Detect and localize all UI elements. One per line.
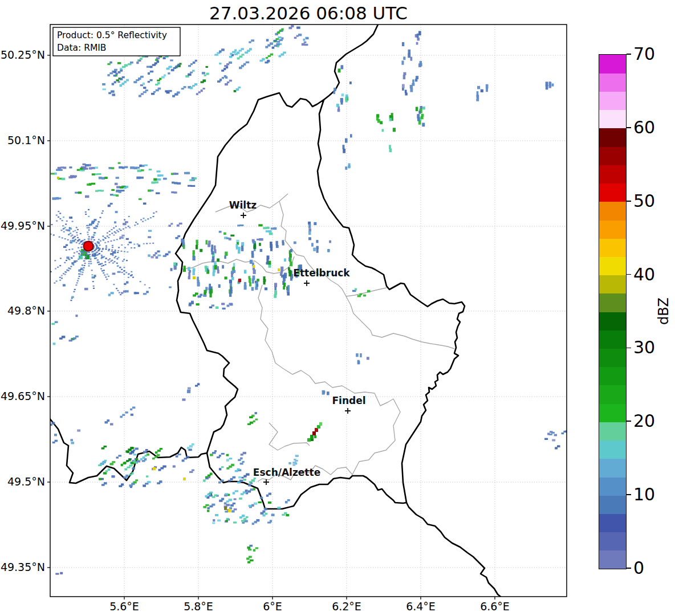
colorbar-tick xyxy=(627,201,631,202)
colorbar-segment xyxy=(599,165,626,183)
colorbar-tick xyxy=(627,274,631,275)
radar-map-figure: 27.03.2026 06:08 UTC WiltzEttelbruckFind… xyxy=(0,0,675,616)
radar-echo-layer xyxy=(50,25,568,575)
colorbar-axis-label: dBZ xyxy=(655,296,672,326)
product-line: Product: 0.5° Reflectivity xyxy=(57,30,167,40)
canton-border-line xyxy=(182,256,294,274)
colorbar-segment xyxy=(599,367,626,386)
colorbar-segment xyxy=(599,403,626,422)
gridlines xyxy=(50,25,567,597)
colorbar-segment xyxy=(599,293,626,312)
city-marker xyxy=(345,408,351,414)
data-source-line: Data: RMIB xyxy=(57,43,107,53)
colorbar-segment xyxy=(599,55,626,74)
y-tick-label: 49.5°N xyxy=(7,475,45,488)
colorbar-segment xyxy=(599,202,626,221)
colorbar-segment xyxy=(599,146,626,165)
city-marker xyxy=(263,479,269,485)
y-tick-label: 49.95°N xyxy=(1,219,45,232)
axis-tick-labels: 5.6°E5.8°E6°E6.2°E6.4°E6.6°E50.25°N50.1°… xyxy=(1,48,510,613)
colorbar-segment xyxy=(599,495,626,514)
x-tick-label: 6.6°E xyxy=(480,600,510,613)
plot-title: 27.03.2026 06:08 UTC xyxy=(209,3,408,23)
colorbar-tick xyxy=(627,568,631,569)
colorbar-segment xyxy=(599,385,626,404)
colorbar-tick xyxy=(627,421,631,422)
colorbar-tick-label: 20 xyxy=(633,411,655,431)
y-tick-label: 49.65°N xyxy=(1,390,45,402)
y-tick-label: 49.8°N xyxy=(7,304,45,317)
colorbar-segment xyxy=(599,183,626,202)
colorbar-segment xyxy=(599,73,626,92)
city-label: Esch/Alzette xyxy=(253,467,320,478)
colorbar-segment xyxy=(599,459,626,478)
country-border-luxembourg xyxy=(176,93,465,509)
y-tick-label: 50.25°N xyxy=(1,48,45,61)
x-tick-label: 6.4°E xyxy=(406,600,436,613)
city-marker xyxy=(304,280,310,286)
radar-site-dot xyxy=(84,242,93,251)
country-borders xyxy=(49,25,501,597)
colorbar-segment xyxy=(599,422,626,440)
colorbar-segment xyxy=(599,110,626,129)
colorbar-tick-label: 10 xyxy=(633,484,655,504)
colorbar-tick xyxy=(627,54,631,55)
colorbar-segment xyxy=(599,220,626,239)
colorbar-tick xyxy=(627,348,631,349)
colorbar-segment xyxy=(599,256,626,275)
colorbar-segment xyxy=(599,550,626,569)
x-tick-label: 6°E xyxy=(263,600,282,613)
colorbar-segment xyxy=(599,330,626,349)
colorbar-segment xyxy=(599,238,626,257)
canton-border-line xyxy=(346,296,454,349)
colorbar-segment xyxy=(599,128,626,147)
y-tick-label: 50.1°N xyxy=(7,134,45,146)
colorbar: 010203040506070dBZ xyxy=(599,54,675,569)
canton-border-line xyxy=(279,201,387,296)
colorbar-tick-label: 30 xyxy=(633,337,655,357)
colorbar-segment xyxy=(599,513,626,532)
colorbar-tick-label: 50 xyxy=(633,191,655,211)
colorbar-tick-label: 40 xyxy=(633,264,655,284)
colorbar-segment xyxy=(599,348,626,367)
colorbar-segment xyxy=(599,477,626,496)
city-labels: WiltzEttelbruckFindelEsch/Alzette xyxy=(229,199,366,485)
colorbar-segment xyxy=(599,312,626,331)
city-label: Findel xyxy=(332,395,365,406)
city-label: Ettelbruck xyxy=(293,267,350,279)
colorbar-segment xyxy=(599,440,626,459)
canton-border-line xyxy=(269,423,310,450)
city-label: Wiltz xyxy=(229,199,257,211)
canton-border-line xyxy=(258,285,400,482)
colorbar-segment xyxy=(599,532,626,551)
product-info-box: Product: 0.5° Reflectivity Data: RMIB xyxy=(53,27,180,56)
canton-borders xyxy=(182,194,454,482)
x-tick-label: 5.6°E xyxy=(109,600,139,613)
colorbar-tick-label: 0 xyxy=(633,558,644,578)
country-border-france-germany xyxy=(406,503,501,597)
x-tick-label: 5.8°E xyxy=(184,600,213,613)
colorbar-segment xyxy=(599,91,626,110)
colorbar-segment xyxy=(599,275,626,294)
x-tick-label: 6.2°E xyxy=(332,600,361,613)
country-border-belgium-germany xyxy=(324,25,378,100)
colorbar-tick-label: 60 xyxy=(633,117,655,137)
colorbar-tick xyxy=(627,127,631,128)
y-tick-label: 49.35°N xyxy=(1,561,45,573)
colorbar-bar xyxy=(599,54,627,569)
city-marker xyxy=(241,213,246,218)
radar-site-marker xyxy=(84,242,93,251)
colorbar-tick xyxy=(627,494,631,495)
map-frame xyxy=(50,25,567,597)
colorbar-tick-label: 70 xyxy=(633,44,655,64)
